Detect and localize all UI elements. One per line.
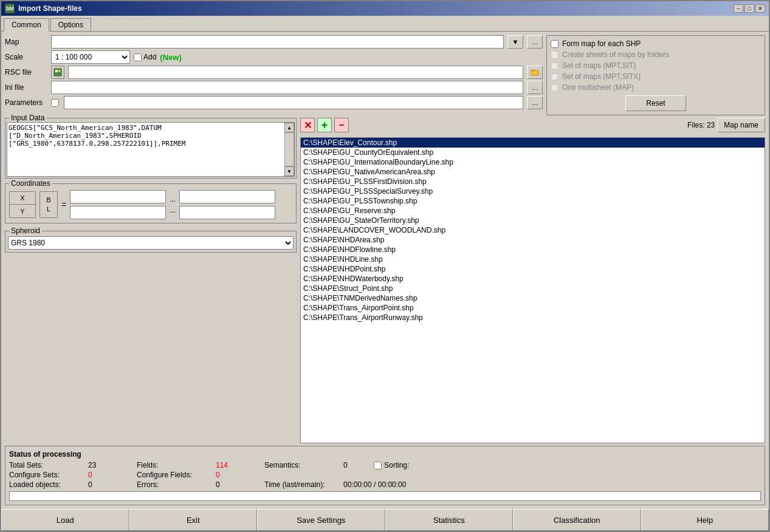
file-list-panel[interactable]: C:\SHAPE\Elev_Contour.shp C:\SHAPE\GU_Co… bbox=[300, 137, 765, 443]
set-maps-mpt-radio[interactable] bbox=[551, 62, 559, 70]
params-browse-button[interactable]: … bbox=[527, 96, 543, 109]
total-sets-value: 23 bbox=[88, 461, 137, 469]
svg-rect-4 bbox=[531, 70, 534, 71]
list-item[interactable]: C:\SHAPE\TNMDerivedNames.shp bbox=[301, 293, 765, 303]
rsc-browse-button[interactable] bbox=[527, 66, 543, 79]
list-item[interactable]: C:\SHAPE\GU_StateOrTerritory.shp bbox=[301, 216, 765, 225]
scroll-down-arrow[interactable]: ▼ bbox=[284, 166, 294, 176]
semantics-label: Semantics: bbox=[264, 461, 343, 469]
list-item[interactable]: C:\SHAPE\NHDLine.shp bbox=[301, 254, 765, 264]
scroll-thumb[interactable] bbox=[284, 132, 294, 166]
list-item[interactable]: C:\SHAPE\Struct_Point.shp bbox=[301, 284, 765, 293]
reset-button[interactable]: Reset bbox=[625, 95, 686, 111]
svg-rect-1 bbox=[55, 70, 58, 72]
list-item[interactable]: C:\SHAPE\GU_CountyOrEquivalent.shp bbox=[301, 148, 765, 157]
list-item[interactable]: C:\SHAPE\NHDArea.shp bbox=[301, 235, 765, 245]
one-multisheet-radio[interactable] bbox=[551, 84, 559, 92]
right-options-panel: Form map for each SHP Create sheets of m… bbox=[546, 35, 765, 115]
title-buttons: – □ ✕ bbox=[734, 4, 765, 13]
exit-button[interactable]: Exit bbox=[129, 509, 258, 531]
scale-label: Scale bbox=[5, 53, 47, 61]
create-sheets-label: Create sheets of maps by folders bbox=[562, 50, 669, 59]
sorting-checkbox[interactable] bbox=[374, 462, 382, 469]
map-input[interactable]: C:\SHAPE\Elev_Contour.sitx bbox=[51, 35, 504, 49]
list-item[interactable]: C:\SHAPE\Elev_Contour.shp bbox=[301, 138, 765, 148]
params-checkbox[interactable] bbox=[51, 99, 59, 107]
coord-dots: ... ... bbox=[170, 195, 176, 214]
list-item[interactable]: C:\SHAPE\GU_NativeAmericanArea.shp bbox=[301, 167, 765, 177]
list-item[interactable]: C:\SHAPE\GU_PLSSTownship.shp bbox=[301, 196, 765, 206]
params-input[interactable] bbox=[64, 96, 523, 109]
map-name-button[interactable]: Map name bbox=[717, 118, 765, 132]
list-item[interactable]: C:\SHAPE\NHDWaterbody.shp bbox=[301, 274, 765, 284]
rsc-input[interactable] bbox=[68, 66, 523, 79]
list-item[interactable]: C:\SHAPE\GU_InternationalBoundaryLine.sh… bbox=[301, 157, 765, 167]
minimize-button[interactable]: – bbox=[734, 4, 743, 13]
folder-icon bbox=[531, 68, 539, 77]
list-item[interactable]: C:\SHAPE\LANDCOVER_WOODLAND.shp bbox=[301, 225, 765, 235]
create-sheets-option: Create sheets of maps by folders bbox=[551, 50, 761, 59]
status-section: Status of processing Total Sets: 23 Fiel… bbox=[5, 446, 765, 505]
coord-inputs-left: 0.000 -91.513 bbox=[70, 190, 166, 219]
one-multisheet-label: One multisheet (MAP) bbox=[562, 83, 634, 92]
list-item[interactable]: C:\SHAPE\NHDPoint.shp bbox=[301, 264, 765, 274]
scale-select[interactable]: 1 : 100 000 bbox=[51, 50, 130, 64]
time-label: Time (last/remain): bbox=[264, 480, 343, 489]
loaded-objects-label: Loaded objects: bbox=[9, 480, 88, 489]
loaded-objects-value: 0 bbox=[88, 480, 137, 489]
x-value-input[interactable]: 0.000 bbox=[70, 190, 166, 203]
ini-input[interactable] bbox=[51, 81, 523, 94]
time-value: 00:00:00 / 00:00:00 bbox=[343, 480, 761, 489]
remove-file-button[interactable]: ✕ bbox=[300, 118, 315, 132]
x-max-input[interactable]: 42.508 bbox=[179, 190, 275, 203]
top-section: Map C:\SHAPE\Elev_Contour.sitx ▼ … Scale… bbox=[5, 35, 765, 115]
save-settings-button[interactable]: Save Settings bbox=[257, 509, 385, 531]
add-file-button[interactable]: + bbox=[317, 118, 332, 132]
y-max-input[interactable]: -1.000 bbox=[179, 206, 275, 219]
map-browse-button[interactable]: … bbox=[527, 35, 543, 49]
set-maps-sitx-radio[interactable] bbox=[551, 73, 559, 81]
configure-fields-label: Configure Fields: bbox=[137, 471, 216, 479]
input-data-title: Input Data bbox=[9, 114, 46, 122]
y-value-input[interactable]: -91.513 bbox=[70, 206, 166, 219]
rsc-row: RSC file bbox=[5, 66, 543, 79]
bl-box: BL bbox=[40, 191, 58, 218]
map-dropdown-button[interactable]: ▼ bbox=[507, 35, 523, 49]
form-map-checkbox[interactable] bbox=[551, 40, 559, 48]
input-data-scrollbar: ▲ ▼ bbox=[284, 123, 294, 176]
fields-value: 114 bbox=[216, 461, 264, 469]
configure-sets-label: Configure Sets: bbox=[9, 471, 88, 479]
maximize-button[interactable]: □ bbox=[744, 4, 754, 13]
title-bar: SM Import Shape-files – □ ✕ bbox=[1, 1, 769, 16]
scale-row: Scale 1 : 100 000 Add (New) bbox=[5, 50, 543, 64]
input-data-group: Input Data GEOGCS["GCS_North_American_19… bbox=[5, 118, 297, 179]
configure-sets-value: 0 bbox=[88, 471, 137, 479]
list-item[interactable]: C:\SHAPE\Trans_AirportRunway.shp bbox=[301, 313, 765, 322]
minus-button[interactable]: − bbox=[334, 118, 349, 132]
set-maps-sitx-label: Set of maps (MPT,SITX) bbox=[562, 72, 641, 81]
scroll-up-arrow[interactable]: ▲ bbox=[284, 123, 294, 132]
coordinates-title: Coordinates bbox=[9, 179, 52, 188]
add-checkbox[interactable] bbox=[134, 53, 142, 61]
load-button[interactable]: Load bbox=[1, 509, 129, 531]
ini-browse-button[interactable]: … bbox=[527, 81, 543, 94]
list-item[interactable]: C:\SHAPE\GU_PLSSSpecialSurvey.shp bbox=[301, 186, 765, 196]
sorting-row: Sorting: bbox=[374, 461, 761, 469]
help-button[interactable]: Help bbox=[641, 509, 769, 531]
create-sheets-checkbox[interactable] bbox=[551, 51, 559, 59]
file-toolbar: ✕ + − Files: 23 Map name bbox=[300, 118, 765, 132]
tab-options[interactable]: Options bbox=[50, 18, 91, 31]
list-item[interactable]: C:\SHAPE\NHDFlowline.shp bbox=[301, 245, 765, 254]
rsc-icon-button[interactable] bbox=[51, 66, 64, 79]
list-item[interactable]: C:\SHAPE\GU_PLSSFirstDivision.shp bbox=[301, 177, 765, 186]
close-button[interactable]: ✕ bbox=[755, 4, 765, 13]
tab-common[interactable]: Common bbox=[4, 18, 49, 32]
configure-fields-value: 0 bbox=[216, 471, 264, 479]
statistics-button[interactable]: Statistics bbox=[385, 509, 514, 531]
spheroid-select[interactable]: GRS 1980 bbox=[8, 236, 294, 250]
classification-button[interactable]: Classification bbox=[513, 509, 641, 531]
title-bar-left: SM Import Shape-files bbox=[5, 4, 82, 13]
xy-box: X Y bbox=[9, 191, 36, 218]
list-item[interactable]: C:\SHAPE\GU_Reserve.shp bbox=[301, 206, 765, 216]
list-item[interactable]: C:\SHAPE\Trans_AirportPoint.shp bbox=[301, 303, 765, 313]
